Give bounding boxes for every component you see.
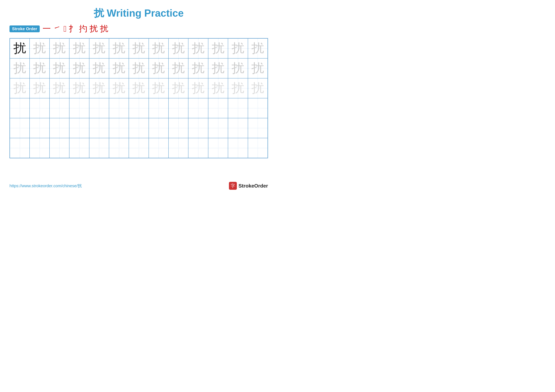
practice-char: 扰	[33, 60, 46, 77]
grid-cell[interactable]	[228, 118, 248, 138]
grid-cell[interactable]: 扰	[89, 78, 109, 98]
practice-char: 扰	[14, 80, 26, 97]
grid-cell[interactable]: 扰	[248, 38, 268, 58]
grid-cell[interactable]	[50, 98, 69, 118]
grid-cell[interactable]	[168, 98, 188, 118]
grid-cell[interactable]	[89, 138, 109, 158]
grid-cell[interactable]	[168, 138, 188, 158]
stroke-6: 扰	[89, 23, 98, 34]
grid-cell[interactable]	[208, 118, 228, 138]
grid-cell[interactable]: 扰	[50, 58, 69, 78]
grid-cell[interactable]: 扰	[69, 38, 89, 58]
grid-cell[interactable]	[50, 138, 69, 158]
stroke-sequence: 一 ㇀ 𠃌 扌 扚 扰 扰	[43, 23, 108, 34]
grid-cell[interactable]: 扰	[228, 58, 248, 78]
grid-cell[interactable]: 扰	[188, 58, 208, 78]
grid-cell[interactable]	[129, 98, 149, 118]
grid-cell[interactable]: 扰	[228, 78, 248, 98]
grid-cell[interactable]	[89, 118, 109, 138]
grid-cell[interactable]: 扰	[129, 58, 149, 78]
grid-cell[interactable]	[228, 138, 248, 158]
practice-char: 扰	[132, 80, 145, 97]
grid-cell[interactable]: 扰	[248, 58, 268, 78]
grid-cell[interactable]	[89, 98, 109, 118]
grid-cell[interactable]: 扰	[69, 58, 89, 78]
grid-cell[interactable]: 扰	[50, 38, 69, 58]
grid-cell[interactable]: 扰	[10, 58, 29, 78]
practice-char: 扰	[152, 60, 165, 77]
title-char: 扰	[94, 7, 104, 19]
practice-char: 扰	[212, 80, 225, 97]
title-text: Writing Practice	[107, 7, 184, 19]
grid-cell[interactable]	[149, 98, 168, 118]
grid-cell[interactable]	[188, 118, 208, 138]
grid-cell[interactable]	[109, 118, 129, 138]
grid-cell[interactable]	[29, 118, 49, 138]
footer-logo: 字 StrokeOrder	[229, 182, 268, 190]
grid-cell[interactable]: 扰	[89, 38, 109, 58]
grid-cell[interactable]: 扰	[168, 58, 188, 78]
grid-cell[interactable]	[188, 138, 208, 158]
grid-cell[interactable]	[248, 118, 268, 138]
grid-cell[interactable]	[10, 118, 29, 138]
grid-cell[interactable]	[29, 138, 49, 158]
grid-cell[interactable]	[149, 138, 168, 158]
practice-char: 扰	[93, 40, 105, 57]
practice-char: 扰	[14, 40, 26, 57]
grid-cell[interactable]	[69, 98, 89, 118]
grid-cell[interactable]	[69, 138, 89, 158]
grid-cell[interactable]	[29, 98, 49, 118]
grid-cell[interactable]: 扰	[89, 58, 109, 78]
grid-cell[interactable]: 扰	[50, 78, 69, 98]
logo-icon: 字	[229, 182, 237, 190]
grid-cell[interactable]	[248, 98, 268, 118]
grid-cell[interactable]: 扰	[149, 58, 168, 78]
grid-cell[interactable]	[10, 98, 29, 118]
grid-cell[interactable]	[228, 98, 248, 118]
grid-cell[interactable]: 扰	[10, 38, 29, 58]
grid-cell[interactable]: 扰	[109, 78, 129, 98]
grid-cell[interactable]	[109, 98, 129, 118]
grid-cell[interactable]: 扰	[208, 78, 228, 98]
grid-cell[interactable]: 扰	[188, 38, 208, 58]
grid-cell[interactable]: 扰	[69, 78, 89, 98]
grid-cell[interactable]	[208, 98, 228, 118]
grid-cell[interactable]	[168, 118, 188, 138]
stroke-order-badge: Stroke Order	[9, 25, 40, 32]
grid-cell[interactable]: 扰	[208, 58, 228, 78]
grid-cell[interactable]	[50, 118, 69, 138]
grid-cell[interactable]: 扰	[29, 38, 49, 58]
grid-cell[interactable]: 扰	[149, 78, 168, 98]
grid-cell[interactable]: 扰	[248, 78, 268, 98]
grid-cell[interactable]: 扰	[10, 78, 29, 98]
grid-cell[interactable]: 扰	[109, 38, 129, 58]
logo-name: StrokeOrder	[238, 183, 268, 189]
stroke-4: 扌	[69, 23, 77, 34]
grid-cell[interactable]: 扰	[29, 58, 49, 78]
grid-cell[interactable]	[248, 138, 268, 158]
practice-char: 扰	[93, 60, 105, 77]
practice-char: 扰	[53, 60, 66, 77]
grid-cell[interactable]	[129, 138, 149, 158]
grid-cell[interactable]: 扰	[168, 38, 188, 58]
grid-cell[interactable]	[208, 138, 228, 158]
grid-cell[interactable]: 扰	[109, 58, 129, 78]
grid-cell[interactable]: 扰	[208, 38, 228, 58]
grid-cell[interactable]: 扰	[228, 38, 248, 58]
grid-cell[interactable]	[10, 138, 29, 158]
grid-cell[interactable]	[69, 118, 89, 138]
grid-cell[interactable]: 扰	[129, 78, 149, 98]
grid-cell[interactable]	[109, 138, 129, 158]
practice-char: 扰	[73, 40, 86, 57]
footer-url: https://www.strokeorder.com/chinese/扰	[9, 183, 82, 189]
grid-cell[interactable]: 扰	[168, 78, 188, 98]
grid-cell[interactable]	[188, 98, 208, 118]
practice-char: 扰	[192, 60, 204, 77]
grid-cell[interactable]: 扰	[149, 38, 168, 58]
grid-cell[interactable]	[149, 118, 168, 138]
grid-cell[interactable]	[129, 118, 149, 138]
grid-cell[interactable]: 扰	[188, 78, 208, 98]
grid-cell[interactable]: 扰	[29, 78, 49, 98]
page-title: 扰 Writing Practice	[9, 6, 268, 20]
grid-cell[interactable]: 扰	[129, 38, 149, 58]
